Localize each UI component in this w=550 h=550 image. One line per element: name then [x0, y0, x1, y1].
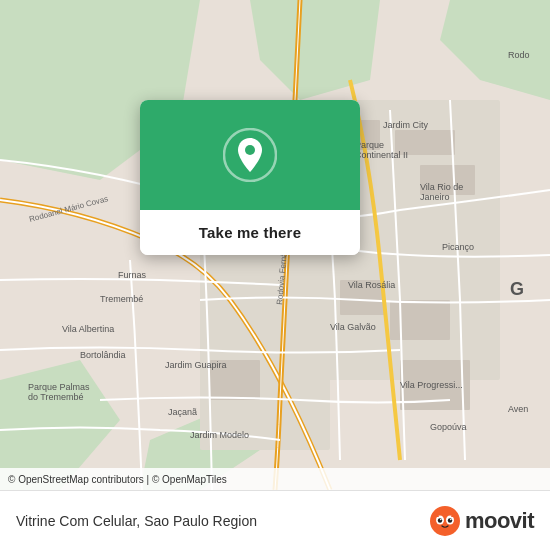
- svg-text:Gopoúva: Gopoúva: [430, 422, 467, 432]
- bottom-bar: Vitrine Com Celular, Sao Paulo Region mo…: [0, 490, 550, 550]
- svg-text:Vila Galvão: Vila Galvão: [330, 322, 376, 332]
- popup-green-header: [140, 100, 360, 210]
- svg-text:G: G: [510, 279, 524, 299]
- svg-text:Jaçanã: Jaçanã: [168, 407, 197, 417]
- map-attribution: © OpenStreetMap contributors | © OpenMap…: [0, 468, 550, 490]
- attribution-text: © OpenStreetMap contributors | © OpenMap…: [8, 474, 227, 485]
- svg-text:Vila Rosália: Vila Rosália: [348, 280, 395, 290]
- svg-rect-12: [390, 300, 450, 340]
- map-container[interactable]: Rodoanel Mário Covas Rodovia Fernão Dias…: [0, 0, 550, 490]
- svg-text:Vila Rio de: Vila Rio de: [420, 182, 463, 192]
- svg-text:Parque Palmas: Parque Palmas: [28, 382, 90, 392]
- svg-text:Jardim Guapira: Jardim Guapira: [165, 360, 227, 370]
- svg-text:Vila Albertina: Vila Albertina: [62, 324, 114, 334]
- svg-point-44: [438, 518, 442, 522]
- svg-text:Tremembé: Tremembé: [100, 294, 143, 304]
- svg-point-45: [448, 518, 452, 522]
- svg-text:Jardim Modelo: Jardim Modelo: [190, 430, 249, 440]
- svg-point-40: [245, 145, 255, 155]
- svg-text:Bortolândia: Bortolândia: [80, 350, 126, 360]
- svg-text:Furnas: Furnas: [118, 270, 147, 280]
- svg-point-46: [440, 518, 442, 520]
- svg-text:Vila Progressi...: Vila Progressi...: [400, 380, 463, 390]
- svg-text:do Tremembé: do Tremembé: [28, 392, 84, 402]
- take-me-there-button[interactable]: Take me there: [140, 210, 360, 255]
- svg-text:Continental II: Continental II: [355, 150, 408, 160]
- svg-text:Rodo: Rodo: [508, 50, 530, 60]
- location-pin-icon: [223, 128, 277, 182]
- moovit-icon: [429, 505, 461, 537]
- svg-text:Jardim City: Jardim City: [383, 120, 429, 130]
- moovit-brand-text: moovit: [465, 508, 534, 534]
- svg-point-41: [430, 506, 460, 536]
- location-title: Vitrine Com Celular, Sao Paulo Region: [16, 513, 257, 529]
- svg-point-47: [450, 518, 452, 520]
- location-popup: Take me there: [140, 100, 360, 255]
- moovit-logo: moovit: [429, 505, 534, 537]
- svg-text:Picanço: Picanço: [442, 242, 474, 252]
- svg-text:Janeiro: Janeiro: [420, 192, 450, 202]
- svg-text:Aven: Aven: [508, 404, 528, 414]
